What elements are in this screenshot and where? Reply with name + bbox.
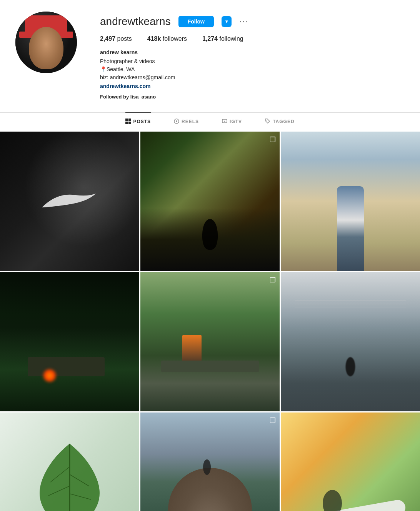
post-indicator: ❐	[270, 135, 276, 144]
bio-full-name: andrew kearns	[100, 48, 405, 57]
follow-button[interactable]: Follow	[178, 16, 214, 27]
posts-grid: ❐ ❐	[0, 130, 420, 511]
svg-marker-7	[224, 120, 225, 122]
svg-rect-3	[128, 122, 131, 124]
post-item[interactable]	[281, 132, 420, 271]
svg-rect-0	[125, 119, 128, 121]
more-options-button[interactable]: ···	[239, 17, 248, 27]
tab-igtv-label: IGTV	[230, 119, 242, 124]
tab-tagged[interactable]: TAGGED	[265, 112, 294, 130]
bio-location: 📍Seattle, WA	[100, 65, 405, 73]
followers-label: followers	[163, 35, 187, 42]
followed-by-prefix: Followed by	[100, 94, 130, 100]
followed-by: Followed by lisa_asano	[100, 93, 405, 101]
post-item[interactable]: ❐	[140, 272, 280, 411]
followed-by-user[interactable]: lisa_asano	[130, 94, 156, 100]
username: andrewtkearns	[100, 15, 171, 28]
svg-rect-1	[128, 119, 131, 121]
tab-igtv[interactable]: IGTV	[222, 112, 242, 130]
followers-count: 418k	[147, 35, 161, 42]
tab-reels[interactable]: REELS	[174, 112, 199, 130]
posts-stat: 2,497 posts	[100, 35, 132, 42]
post-item[interactable]	[281, 412, 420, 511]
bio-section: andrew kearns Photographer & videos 📍Sea…	[100, 48, 405, 101]
tab-reels-label: REELS	[182, 119, 199, 124]
svg-point-5	[176, 120, 177, 122]
grid-icon	[125, 119, 131, 125]
follow-dropdown-button[interactable]	[222, 16, 232, 27]
following-stat[interactable]: 1,274 following	[202, 35, 243, 42]
post-item[interactable]	[0, 272, 139, 411]
stats-row: 2,497 posts 418k followers 1,274 followi…	[100, 35, 405, 42]
svg-point-8	[266, 120, 267, 120]
post-item[interactable]	[0, 412, 139, 511]
posts-count: 2,497	[100, 35, 115, 42]
tab-posts-label: POSTS	[133, 119, 151, 124]
followers-stat[interactable]: 418k followers	[147, 35, 187, 42]
post-item[interactable]: ❐	[140, 132, 280, 271]
post-item[interactable]: ❐	[140, 412, 280, 511]
profile-info: andrewtkearns Follow ··· 2,497 posts 418…	[100, 12, 405, 101]
post-indicator: ❐	[270, 416, 276, 425]
tab-tagged-label: TAGGED	[273, 119, 294, 124]
profile-top-row: andrewtkearns Follow ···	[100, 15, 405, 28]
tag-icon	[265, 119, 270, 125]
following-count: 1,274	[202, 35, 218, 42]
profile-header: andrewtkearns Follow ··· 2,497 posts 418…	[0, 0, 420, 109]
post-item[interactable]	[281, 272, 420, 411]
reels-icon	[174, 119, 179, 125]
svg-rect-2	[125, 122, 128, 124]
bio-description: Photographer & videos	[100, 57, 405, 65]
avatar-container	[15, 12, 77, 73]
tab-posts[interactable]: POSTS	[125, 112, 151, 130]
igtv-icon	[222, 119, 227, 125]
tabs-bar: POSTS REELS IGTV TAGGED	[0, 112, 420, 130]
post-indicator: ❐	[270, 276, 276, 284]
following-label: following	[219, 35, 243, 42]
avatar	[15, 12, 77, 73]
posts-label: posts	[117, 35, 132, 42]
bio-business: biz: andrewtkearns@gmail.com	[100, 73, 405, 82]
bio-website-link[interactable]: andrewtkearns.com	[100, 83, 151, 89]
post-item[interactable]	[0, 132, 139, 271]
